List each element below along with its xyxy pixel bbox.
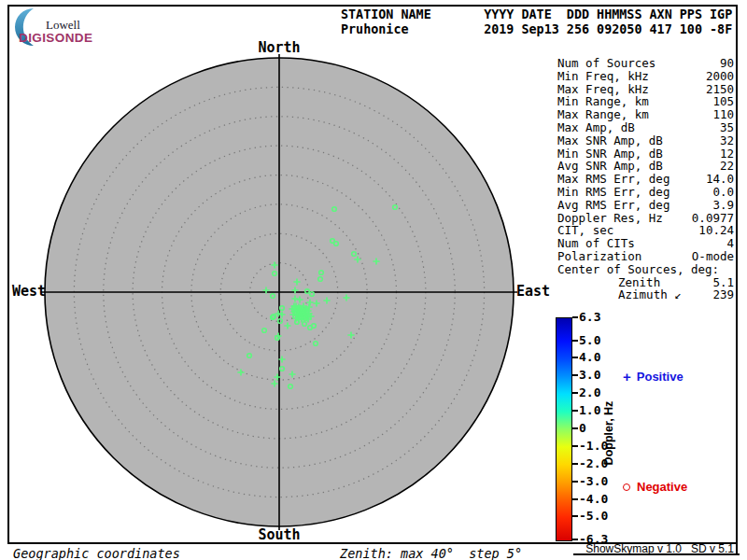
logo-digisonde-text: DIGISONDE bbox=[19, 31, 92, 45]
colorbar-tick-label: -5.0 bbox=[579, 510, 608, 523]
stat-value: 110 bbox=[712, 108, 734, 121]
stat-label: Polarization bbox=[557, 250, 641, 263]
stat-row: Max SNR Amp, dB32 bbox=[557, 134, 734, 147]
stat-value: 0.0977 bbox=[692, 212, 734, 225]
stat-row: Center of Sources, deg: bbox=[557, 263, 734, 276]
stat-value: 12 bbox=[720, 147, 734, 161]
stat-row: Zenith5.1 bbox=[557, 276, 734, 289]
stat-value: 10.24 bbox=[698, 224, 734, 237]
stat-row: Avg RMS Err, deg3.9 bbox=[557, 199, 734, 212]
legend-positive: + Positive bbox=[623, 369, 684, 385]
stat-value: 32 bbox=[720, 134, 734, 147]
stat-value: 0.0 bbox=[712, 186, 734, 199]
stat-label: Max Range, km bbox=[557, 108, 649, 121]
colorbar-tick bbox=[572, 340, 578, 342]
stat-label: Num of CITs bbox=[557, 237, 635, 250]
stat-value: 4 bbox=[726, 237, 734, 250]
plus-symbol-icon: + bbox=[623, 369, 631, 385]
stat-row: Azimuth ↙239 bbox=[557, 288, 734, 301]
stat-value: 35 bbox=[720, 121, 734, 134]
showskymap-window: Lowell DIGISONDE STATION NAME YYYY DATE … bbox=[0, 0, 747, 560]
stat-value: 2150 bbox=[706, 83, 734, 96]
colorbar-tick bbox=[572, 357, 578, 358]
stat-row: Min Range, km105 bbox=[557, 95, 734, 108]
stat-label: Min Freq, kHz bbox=[557, 70, 649, 83]
stat-value: 90 bbox=[720, 57, 734, 70]
stat-label: Doppler Res, Hz bbox=[557, 212, 663, 225]
stat-label: Max Amp, dB bbox=[557, 121, 635, 134]
colorbar-tick bbox=[572, 392, 578, 394]
colorbar-tick bbox=[572, 539, 578, 540]
skymap-plot bbox=[38, 51, 520, 533]
stat-row: CIT, sec10.24 bbox=[557, 224, 734, 237]
stat-row: Max RMS Err, deg14.0 bbox=[557, 173, 734, 186]
stat-row: Min SNR Amp, dB12 bbox=[557, 147, 734, 161]
colorbar-tick bbox=[572, 410, 578, 412]
compass-east-label: East bbox=[516, 283, 550, 300]
stat-value: 3.9 bbox=[712, 199, 734, 212]
stat-value: 14.0 bbox=[706, 173, 734, 186]
measurement-stats-panel: Num of Sources90Min Freq, kHz2000Max Fre… bbox=[557, 57, 734, 301]
stat-row: Max Freq, kHz2150 bbox=[557, 83, 734, 96]
coordinates-note: Geographic coordinates bbox=[13, 546, 180, 560]
stat-value: 5.1 bbox=[712, 276, 734, 289]
stat-row: Doppler Res, Hz0.0977 bbox=[557, 212, 734, 225]
zenith-scale-note: Zenith: max 40° step 5° bbox=[340, 546, 522, 560]
stat-label: Avg RMS Err, deg bbox=[557, 199, 669, 212]
colorbar-tick-label: 0 bbox=[579, 422, 586, 435]
legend-positive-label: Positive bbox=[637, 370, 684, 384]
stat-value: 239 bbox=[712, 288, 734, 301]
colorbar-axis-label: Doppler, Hz bbox=[602, 401, 615, 466]
compass-south-label: South bbox=[258, 526, 300, 543]
compass-west-label: West bbox=[12, 283, 46, 300]
colorbar-tick-label: 2.0 bbox=[579, 386, 600, 399]
stat-row: Min RMS Err, deg0.0 bbox=[557, 186, 734, 199]
stat-row: PolarizationO-mode bbox=[557, 250, 734, 263]
stat-label: CIT, sec bbox=[557, 224, 613, 237]
stat-label: Num of Sources bbox=[557, 57, 655, 70]
stat-label: Min Range, km bbox=[557, 95, 649, 108]
colorbar-tick-label: 6.3 bbox=[579, 311, 600, 324]
colorbar-tick bbox=[572, 316, 578, 318]
stat-label: Zenith bbox=[557, 276, 660, 289]
colorbar-tick bbox=[572, 481, 578, 483]
stat-label: Center of Sources, deg: bbox=[557, 263, 719, 276]
colorbar-tick bbox=[572, 427, 578, 429]
colorbar-tick-label: -4.0 bbox=[579, 493, 608, 506]
compass-north-label: North bbox=[258, 39, 300, 56]
footer-right-edge bbox=[736, 544, 738, 555]
colorbar-tick-label: 1.0 bbox=[579, 404, 600, 417]
lowell-digisonde-logo: Lowell DIGISONDE bbox=[9, 7, 112, 46]
stat-label: Azimuth ↙ bbox=[557, 288, 682, 301]
stat-row: Num of CITs4 bbox=[557, 237, 734, 250]
legend-negative: Negative bbox=[623, 480, 687, 494]
stat-value: 105 bbox=[712, 95, 734, 108]
stat-row: Max Amp, dB35 bbox=[557, 121, 734, 134]
colorbar-tick bbox=[572, 498, 578, 500]
stat-value: 2000 bbox=[706, 70, 734, 83]
footer-underline bbox=[573, 553, 740, 555]
legend-negative-label: Negative bbox=[637, 480, 687, 494]
stat-row: Avg SNR Amp, dB22 bbox=[557, 160, 734, 173]
colorbar-tick-label: 3.0 bbox=[579, 369, 600, 382]
stat-label: Avg SNR Amp, dB bbox=[557, 160, 663, 173]
stat-label: Max RMS Err, deg bbox=[557, 173, 669, 186]
colorbar-tick-label: -3.0 bbox=[579, 475, 608, 488]
stat-label: Min RMS Err, deg bbox=[557, 186, 669, 199]
colorbar-tick bbox=[572, 445, 578, 447]
colorbar-tick bbox=[572, 463, 578, 465]
stat-row: Min Freq, kHz2000 bbox=[557, 70, 734, 83]
header-columns-row: STATION NAME YYYY DATE DDD HHMMSS AXN PP… bbox=[341, 7, 732, 22]
stat-label: Max Freq, kHz bbox=[557, 83, 649, 96]
colorbar-tick bbox=[572, 515, 578, 517]
stat-row: Max Range, km110 bbox=[557, 108, 734, 121]
colorbar-tick bbox=[572, 374, 578, 376]
stat-value: 22 bbox=[720, 160, 734, 173]
stat-label: Max SNR Amp, dB bbox=[557, 134, 663, 147]
stat-label: Min SNR Amp, dB bbox=[557, 147, 663, 161]
colorbar-tick-label: 4.0 bbox=[579, 351, 600, 364]
header-values-row: Pruhonice 2019 Sep13 256 092050 417 100 … bbox=[341, 22, 732, 37]
colorbar-tick-label: 5.0 bbox=[579, 334, 600, 347]
stat-value: O-mode bbox=[692, 250, 734, 263]
circle-symbol-icon bbox=[623, 483, 630, 491]
